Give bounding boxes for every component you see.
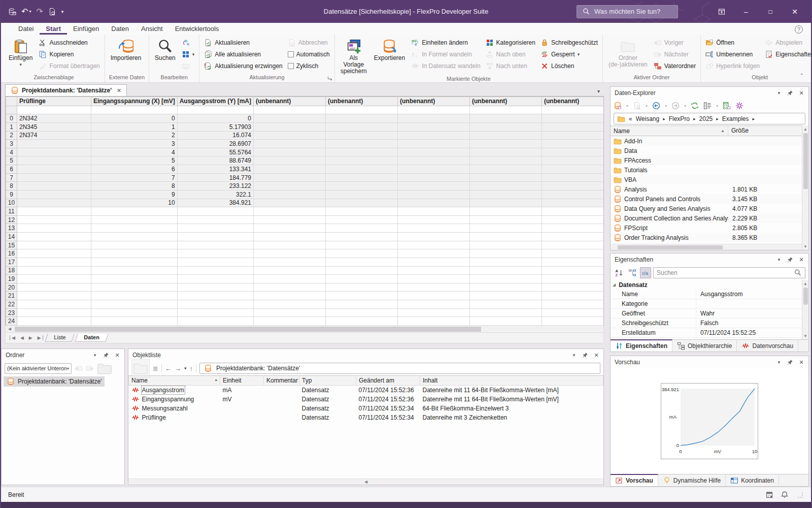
- object-list-row[interactable]: AusgangsstrommADatensatz07/11/2024 15:52…: [129, 386, 603, 395]
- back-icon[interactable]: [652, 102, 660, 110]
- property-value[interactable]: [696, 299, 802, 308]
- in-formel-wandeln-button[interactable]: fxIn Formel wandeln: [410, 49, 482, 60]
- cell-empty[interactable]: [398, 224, 470, 233]
- property-row[interactable]: SchreibgeschütztFalsch: [611, 319, 802, 328]
- cell-empty[interactable]: [254, 308, 326, 317]
- cell-pruefling[interactable]: [17, 317, 91, 326]
- cell-pruefling[interactable]: 2N374: [17, 131, 91, 140]
- cell-empty[interactable]: [326, 190, 398, 199]
- view-list-icon[interactable]: [703, 102, 712, 110]
- redo-icon[interactable]: ↷: [36, 7, 43, 16]
- ribbon-display-options-button[interactable]: [710, 3, 733, 20]
- cell-empty[interactable]: [470, 224, 542, 233]
- cell-empty[interactable]: [542, 224, 604, 233]
- cell-ausgangsstrom[interactable]: [177, 300, 253, 309]
- cell-empty[interactable]: [326, 283, 398, 292]
- dialog-launcher-icon[interactable]: [327, 75, 333, 81]
- cell-empty[interactable]: [542, 165, 604, 174]
- cell-pruefling[interactable]: [17, 190, 91, 199]
- cell-empty[interactable]: [254, 224, 326, 233]
- scroll-thumb[interactable]: [803, 288, 808, 305]
- explorer-item[interactable]: Control Panels and Controls3.145 KB: [611, 194, 802, 204]
- panel-menu-icon[interactable]: ▾: [571, 353, 577, 358]
- cell-empty[interactable]: [398, 173, 470, 182]
- cell-empty[interactable]: [398, 165, 470, 174]
- cell-eingangsspannung[interactable]: [91, 241, 178, 249]
- cell-eingangsspannung[interactable]: 3: [91, 140, 178, 148]
- cell-empty[interactable]: [254, 215, 326, 224]
- unit-cell[interactable]: [542, 106, 604, 114]
- cell-empty[interactable]: [326, 148, 398, 156]
- cell-empty[interactable]: [470, 114, 542, 123]
- cell-empty[interactable]: [254, 122, 326, 131]
- cell-empty[interactable]: [542, 300, 604, 309]
- cell-empty[interactable]: [398, 207, 470, 216]
- cell-ausgangsstrom[interactable]: [177, 233, 253, 241]
- abspielen-button[interactable]: Abspielen: [763, 37, 812, 48]
- tab-datei[interactable]: Datei: [12, 24, 40, 35]
- object-name-cell[interactable]: Messungsanzahl: [129, 404, 220, 413]
- cell-ausgangsstrom[interactable]: 16.074: [177, 131, 253, 140]
- explorer-item[interactable]: Data Query and Series Analysis4.077 KB: [611, 204, 802, 213]
- cell-empty[interactable]: [542, 266, 604, 275]
- cell-empty[interactable]: [398, 258, 470, 266]
- row-header[interactable]: 0: [6, 114, 17, 123]
- aktualisieren-button[interactable]: Aktualisieren: [202, 37, 284, 48]
- ausschneiden-button[interactable]: Ausschneiden: [37, 37, 101, 48]
- explorer-item[interactable]: Data: [611, 146, 802, 155]
- cell-ausgangsstrom[interactable]: [177, 292, 253, 300]
- cell-pruefling[interactable]: [17, 258, 91, 266]
- objektliste-horizontal-scrollbar[interactable]: ◀: [128, 479, 603, 485]
- sheet-tab-daten[interactable]: Daten: [75, 334, 108, 342]
- properties-tab-eigenschaften[interactable]: Eigenschaften: [611, 339, 672, 352]
- row-header[interactable]: 16: [6, 249, 17, 258]
- cell-empty[interactable]: [326, 207, 398, 216]
- cell-empty[interactable]: [254, 190, 326, 199]
- folder-icon[interactable]: [97, 361, 112, 376]
- cell-empty[interactable]: [470, 207, 542, 216]
- panel-menu-icon[interactable]: ▾: [776, 360, 782, 365]
- cell-empty[interactable]: [326, 199, 398, 207]
- cell-empty[interactable]: [254, 148, 326, 156]
- object-name-cell[interactable]: Eingangsspannung: [129, 395, 220, 404]
- nächster-button[interactable]: Nächster: [652, 49, 697, 60]
- row-header[interactable]: 3: [6, 140, 17, 148]
- cell-eingangsspannung[interactable]: 1: [91, 122, 178, 131]
- cell-empty[interactable]: [326, 300, 398, 309]
- scroll-up-icon[interactable]: ▲: [802, 280, 808, 287]
- cell-empty[interactable]: [398, 190, 470, 199]
- cell-empty[interactable]: [470, 283, 542, 292]
- cell-empty[interactable]: [542, 114, 604, 123]
- cell-empty[interactable]: [470, 300, 542, 309]
- breadcrumb-segment[interactable]: Examples: [722, 115, 749, 122]
- umbenennen-button[interactable]: Umbenennen: [704, 49, 761, 60]
- up-icon[interactable]: ↑: [189, 365, 193, 372]
- cell-empty[interactable]: [326, 241, 398, 249]
- cell-empty[interactable]: [542, 140, 604, 148]
- cell-empty[interactable]: [254, 233, 326, 241]
- property-row[interactable]: Erstelldatum07/11/2024 15:52:25: [611, 328, 802, 338]
- preview-tab-koordinaten[interactable]: Koordinaten: [726, 474, 779, 486]
- cell-empty[interactable]: [326, 249, 398, 258]
- cell-eingangsspannung[interactable]: [91, 317, 178, 326]
- nach-oben-button[interactable]: Nach oben: [484, 49, 537, 60]
- column-header-geändert-am[interactable]: Geändert am: [356, 376, 420, 386]
- cell-ausgangsstrom[interactable]: 28.6907: [177, 140, 253, 148]
- row-header[interactable]: 20: [6, 283, 17, 292]
- cell-empty[interactable]: [470, 258, 542, 266]
- property-row[interactable]: Kategorie: [611, 299, 802, 309]
- cell-empty[interactable]: [470, 292, 542, 300]
- back-icon[interactable]: ←: [165, 365, 172, 372]
- cell-eingangsspannung[interactable]: 9: [91, 190, 178, 199]
- cell-empty[interactable]: [542, 233, 604, 241]
- cell-empty[interactable]: [398, 308, 470, 317]
- object-list-table[interactable]: Name ▴EinheitKommentarTypGeändert amInha…: [128, 375, 603, 422]
- suchen-button[interactable]: Suchen: [151, 36, 179, 73]
- cell-ausgangsstrom[interactable]: 322.1: [177, 190, 253, 199]
- tab-entwicklertools[interactable]: Entwicklertools: [169, 24, 225, 35]
- cell-empty[interactable]: [542, 131, 604, 140]
- cell-empty[interactable]: [254, 241, 326, 249]
- calendar-icon[interactable]: [765, 491, 773, 499]
- column-header[interactable]: (unbenannt): [542, 97, 604, 106]
- row-header[interactable]: 23: [6, 308, 17, 317]
